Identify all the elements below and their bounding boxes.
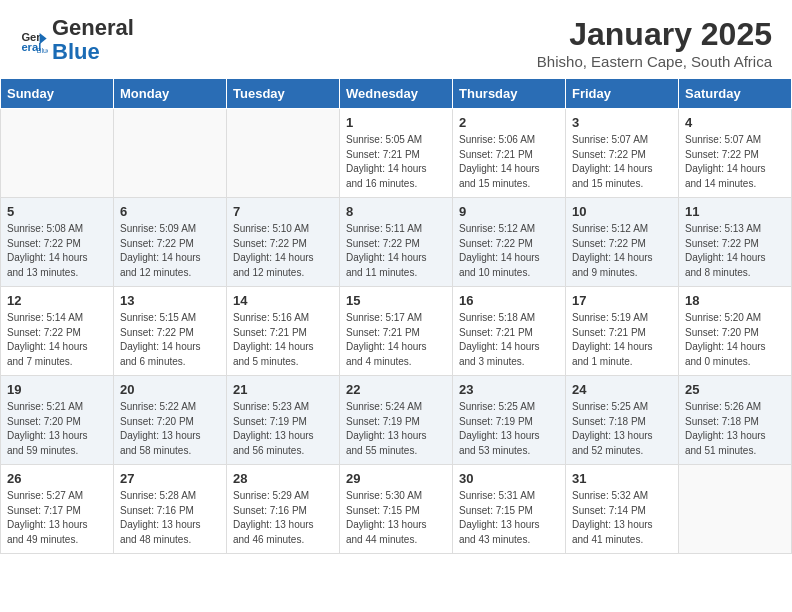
day-detail: Sunrise: 5:25 AM Sunset: 7:18 PM Dayligh… [572,400,672,458]
calendar-cell: 25Sunrise: 5:26 AM Sunset: 7:18 PM Dayli… [679,376,792,465]
day-number: 22 [346,382,446,397]
main-title: January 2025 [537,16,772,53]
page-header: Gen eral Blue General Blue January 2025 … [0,0,792,78]
calendar-cell: 16Sunrise: 5:18 AM Sunset: 7:21 PM Dayli… [453,287,566,376]
day-detail: Sunrise: 5:32 AM Sunset: 7:14 PM Dayligh… [572,489,672,547]
day-number: 10 [572,204,672,219]
calendar-cell: 6Sunrise: 5:09 AM Sunset: 7:22 PM Daylig… [114,198,227,287]
calendar-cell: 23Sunrise: 5:25 AM Sunset: 7:19 PM Dayli… [453,376,566,465]
day-detail: Sunrise: 5:07 AM Sunset: 7:22 PM Dayligh… [572,133,672,191]
day-number: 14 [233,293,333,308]
logo-icon: Gen eral Blue [20,26,48,54]
logo-blue-text: Blue [52,39,100,64]
day-detail: Sunrise: 5:20 AM Sunset: 7:20 PM Dayligh… [685,311,785,369]
day-detail: Sunrise: 5:14 AM Sunset: 7:22 PM Dayligh… [7,311,107,369]
weekday-header-sunday: Sunday [1,79,114,109]
calendar-cell [679,465,792,554]
day-number: 24 [572,382,672,397]
calendar-cell: 7Sunrise: 5:10 AM Sunset: 7:22 PM Daylig… [227,198,340,287]
day-number: 23 [459,382,559,397]
day-detail: Sunrise: 5:18 AM Sunset: 7:21 PM Dayligh… [459,311,559,369]
day-detail: Sunrise: 5:05 AM Sunset: 7:21 PM Dayligh… [346,133,446,191]
day-number: 4 [685,115,785,130]
calendar-cell: 18Sunrise: 5:20 AM Sunset: 7:20 PM Dayli… [679,287,792,376]
day-detail: Sunrise: 5:31 AM Sunset: 7:15 PM Dayligh… [459,489,559,547]
day-detail: Sunrise: 5:09 AM Sunset: 7:22 PM Dayligh… [120,222,220,280]
day-detail: Sunrise: 5:08 AM Sunset: 7:22 PM Dayligh… [7,222,107,280]
svg-text:Blue: Blue [37,47,48,54]
calendar-cell: 31Sunrise: 5:32 AM Sunset: 7:14 PM Dayli… [566,465,679,554]
day-detail: Sunrise: 5:26 AM Sunset: 7:18 PM Dayligh… [685,400,785,458]
day-detail: Sunrise: 5:21 AM Sunset: 7:20 PM Dayligh… [7,400,107,458]
day-detail: Sunrise: 5:19 AM Sunset: 7:21 PM Dayligh… [572,311,672,369]
calendar-week-3: 12Sunrise: 5:14 AM Sunset: 7:22 PM Dayli… [1,287,792,376]
logo: Gen eral Blue General Blue [20,16,134,64]
calendar-cell: 4Sunrise: 5:07 AM Sunset: 7:22 PM Daylig… [679,109,792,198]
calendar-cell: 17Sunrise: 5:19 AM Sunset: 7:21 PM Dayli… [566,287,679,376]
day-detail: Sunrise: 5:07 AM Sunset: 7:22 PM Dayligh… [685,133,785,191]
weekday-header-tuesday: Tuesday [227,79,340,109]
calendar-cell [227,109,340,198]
calendar-week-4: 19Sunrise: 5:21 AM Sunset: 7:20 PM Dayli… [1,376,792,465]
calendar-cell: 30Sunrise: 5:31 AM Sunset: 7:15 PM Dayli… [453,465,566,554]
day-number: 2 [459,115,559,130]
day-number: 9 [459,204,559,219]
calendar-week-2: 5Sunrise: 5:08 AM Sunset: 7:22 PM Daylig… [1,198,792,287]
calendar-cell: 28Sunrise: 5:29 AM Sunset: 7:16 PM Dayli… [227,465,340,554]
day-number: 21 [233,382,333,397]
calendar-cell: 19Sunrise: 5:21 AM Sunset: 7:20 PM Dayli… [1,376,114,465]
day-number: 6 [120,204,220,219]
calendar-cell: 14Sunrise: 5:16 AM Sunset: 7:21 PM Dayli… [227,287,340,376]
calendar-cell: 29Sunrise: 5:30 AM Sunset: 7:15 PM Dayli… [340,465,453,554]
day-number: 26 [7,471,107,486]
day-detail: Sunrise: 5:12 AM Sunset: 7:22 PM Dayligh… [459,222,559,280]
day-number: 13 [120,293,220,308]
calendar-cell: 5Sunrise: 5:08 AM Sunset: 7:22 PM Daylig… [1,198,114,287]
weekday-header-monday: Monday [114,79,227,109]
day-detail: Sunrise: 5:13 AM Sunset: 7:22 PM Dayligh… [685,222,785,280]
calendar-cell: 20Sunrise: 5:22 AM Sunset: 7:20 PM Dayli… [114,376,227,465]
day-detail: Sunrise: 5:29 AM Sunset: 7:16 PM Dayligh… [233,489,333,547]
calendar-cell [1,109,114,198]
day-number: 17 [572,293,672,308]
day-number: 27 [120,471,220,486]
calendar-cell: 8Sunrise: 5:11 AM Sunset: 7:22 PM Daylig… [340,198,453,287]
day-number: 25 [685,382,785,397]
calendar-week-1: 1Sunrise: 5:05 AM Sunset: 7:21 PM Daylig… [1,109,792,198]
weekday-header-wednesday: Wednesday [340,79,453,109]
day-detail: Sunrise: 5:22 AM Sunset: 7:20 PM Dayligh… [120,400,220,458]
calendar-cell: 1Sunrise: 5:05 AM Sunset: 7:21 PM Daylig… [340,109,453,198]
day-detail: Sunrise: 5:23 AM Sunset: 7:19 PM Dayligh… [233,400,333,458]
day-number: 15 [346,293,446,308]
day-number: 1 [346,115,446,130]
day-number: 29 [346,471,446,486]
day-detail: Sunrise: 5:28 AM Sunset: 7:16 PM Dayligh… [120,489,220,547]
day-number: 18 [685,293,785,308]
calendar-cell: 11Sunrise: 5:13 AM Sunset: 7:22 PM Dayli… [679,198,792,287]
calendar-cell: 21Sunrise: 5:23 AM Sunset: 7:19 PM Dayli… [227,376,340,465]
title-section: January 2025 Bhisho, Eastern Cape, South… [537,16,772,70]
weekday-header-saturday: Saturday [679,79,792,109]
day-number: 12 [7,293,107,308]
day-number: 31 [572,471,672,486]
day-detail: Sunrise: 5:17 AM Sunset: 7:21 PM Dayligh… [346,311,446,369]
day-detail: Sunrise: 5:16 AM Sunset: 7:21 PM Dayligh… [233,311,333,369]
weekday-header-thursday: Thursday [453,79,566,109]
day-number: 8 [346,204,446,219]
calendar-week-5: 26Sunrise: 5:27 AM Sunset: 7:17 PM Dayli… [1,465,792,554]
subtitle: Bhisho, Eastern Cape, South Africa [537,53,772,70]
day-number: 28 [233,471,333,486]
day-number: 19 [7,382,107,397]
calendar-cell: 12Sunrise: 5:14 AM Sunset: 7:22 PM Dayli… [1,287,114,376]
logo-general-text: General [52,15,134,40]
day-number: 30 [459,471,559,486]
calendar-cell: 26Sunrise: 5:27 AM Sunset: 7:17 PM Dayli… [1,465,114,554]
day-detail: Sunrise: 5:24 AM Sunset: 7:19 PM Dayligh… [346,400,446,458]
weekday-header-row: SundayMondayTuesdayWednesdayThursdayFrid… [1,79,792,109]
calendar-cell: 2Sunrise: 5:06 AM Sunset: 7:21 PM Daylig… [453,109,566,198]
day-number: 7 [233,204,333,219]
calendar-cell: 10Sunrise: 5:12 AM Sunset: 7:22 PM Dayli… [566,198,679,287]
calendar-cell: 9Sunrise: 5:12 AM Sunset: 7:22 PM Daylig… [453,198,566,287]
day-number: 16 [459,293,559,308]
calendar-cell [114,109,227,198]
